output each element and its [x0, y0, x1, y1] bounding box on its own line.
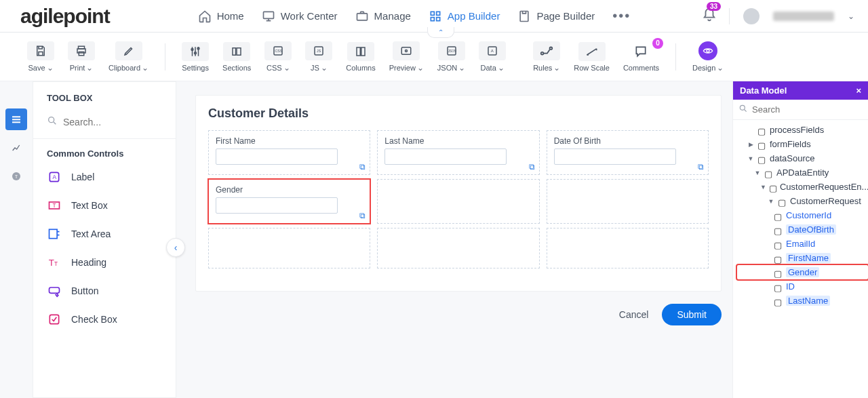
node-customerrequest[interactable]: ▼▢CustomerRequest [737, 194, 868, 208]
nav-more[interactable]: ••• [612, 8, 631, 24]
tool-row-scale[interactable]: Row Scale [574, 42, 610, 72]
form-canvas[interactable]: Customer Details First Name ⧉ Last Name … [195, 95, 722, 292]
control-textbox[interactable]: T Text Box [33, 191, 176, 220]
svg-rect-31 [12, 119, 20, 120]
canvas-area: Customer Details First Name ⧉ Last Name … [176, 81, 732, 398]
control-button[interactable]: Button [33, 277, 176, 305]
svg-rect-4 [431, 17, 434, 20]
side-tab-chart[interactable] [5, 137, 27, 159]
notifications-button[interactable]: 33 [702, 7, 715, 25]
avatar[interactable] [743, 8, 760, 24]
tool-preview[interactable]: Preview⌄ [389, 41, 424, 73]
tool-clipboard[interactable]: Clipboard⌄ [108, 41, 149, 73]
tool-css-label: CSS [267, 64, 282, 72]
field-icon: ▢ [774, 268, 783, 277]
field-gender-input[interactable] [216, 197, 338, 214]
leaf-dateofbirth[interactable]: ▢DateOfBirth [737, 222, 868, 237]
cancel-button[interactable]: Cancel [619, 309, 649, 320]
empty-cell[interactable] [208, 228, 370, 268]
tool-rules[interactable]: Rules⌄ [533, 41, 560, 73]
field-dob-input[interactable] [554, 148, 676, 165]
json-icon: JSON [438, 41, 465, 60]
svg-text:T: T [49, 258, 54, 268]
empty-cell[interactable] [547, 228, 709, 268]
columns-icon [347, 42, 374, 61]
nav-work-center[interactable]: Work Center [262, 9, 338, 23]
node-customerrequesten[interactable]: ▼▢CustomerRequestEn... [737, 180, 868, 194]
tool-print[interactable]: Print⌄ [68, 41, 95, 73]
form-actions: Cancel Submit [195, 304, 722, 325]
binding-icon: ⧉ [698, 162, 704, 172]
monitor-icon [262, 9, 275, 23]
nav-app-builder[interactable]: App Builder [429, 9, 500, 23]
user-menu-chevron[interactable]: ⌄ [848, 12, 854, 21]
field-gender[interactable]: Gender ⧉ [208, 179, 370, 224]
tool-comments[interactable]: 0 Comments [623, 42, 659, 72]
tool-design[interactable]: Design⌄ [692, 41, 724, 73]
label-icon: A [47, 170, 62, 184]
expand-header-toggle[interactable]: ⌃ [427, 27, 454, 38]
leaf-lastname[interactable]: ▢LastName [737, 294, 868, 308]
svg-point-28 [550, 47, 553, 49]
empty-cell[interactable] [377, 228, 539, 268]
field-first-name-input[interactable] [216, 148, 338, 165]
field-first-name[interactable]: First Name ⧉ [208, 130, 370, 175]
collapse-toolbox-button[interactable]: ‹ [166, 238, 185, 257]
svg-point-29 [707, 49, 709, 52]
nav-manage[interactable]: Manage [355, 9, 411, 23]
tool-css[interactable]: CSS CSS⌄ [264, 41, 292, 73]
tool-rules-label: Rules [533, 64, 552, 72]
submit-button[interactable]: Submit [662, 304, 722, 325]
tool-sections-label: Sections [222, 64, 251, 72]
field-dob[interactable]: Date Of Birth ⧉ [547, 130, 709, 175]
nav-home[interactable]: Home [198, 9, 244, 23]
tool-clipboard-label: Clipboard [108, 64, 140, 72]
node-processfields[interactable]: ▢processFields [737, 123, 868, 137]
tool-columns[interactable]: Columns [346, 42, 375, 72]
leaf-emailid[interactable]: ▢EmailId [737, 237, 868, 251]
control-heading[interactable]: TT Heading [33, 248, 176, 277]
svg-point-27 [541, 52, 544, 54]
control-checkbox[interactable]: Check Box [33, 305, 176, 334]
rules-icon [533, 41, 560, 60]
field-last-name[interactable]: Last Name ⧉ [377, 130, 539, 175]
node-apdataentity[interactable]: ▼▢APDataEntity [737, 165, 868, 180]
button-icon [47, 283, 62, 298]
primary-nav: Home Work Center Manage App Builder Page… [198, 8, 631, 24]
tool-sections[interactable]: Sections [222, 42, 251, 72]
side-tab-toolbox[interactable] [5, 108, 27, 130]
logo: agilepoint [20, 5, 110, 28]
nav-page-builder[interactable]: Page Builder [517, 9, 595, 23]
field-last-name-input[interactable] [384, 148, 507, 165]
tool-js[interactable]: JS JS⌄ [305, 41, 332, 73]
toolbox-search-input[interactable] [63, 117, 162, 127]
side-tab-text[interactable]: T [5, 165, 27, 187]
data-model-header: Data Model × [733, 81, 868, 100]
node-formfields[interactable]: ▶▢formFields [737, 137, 868, 151]
toolbox-search[interactable] [33, 110, 176, 139]
svg-rect-13 [233, 47, 236, 55]
field-icon: ▢ [774, 297, 783, 305]
empty-cell[interactable] [377, 179, 539, 224]
tool-save[interactable]: Save⌄ [27, 41, 54, 73]
leaf-firstname[interactable]: ▢FirstName [737, 251, 868, 265]
control-label-text: Label [71, 172, 94, 182]
toolbar-separator [165, 43, 165, 71]
empty-cell[interactable] [547, 179, 709, 224]
tool-data[interactable]: A Data⌄ [479, 41, 506, 73]
leaf-gender[interactable]: ▢Gender [737, 265, 868, 279]
node-datasource[interactable]: ▼▢dataSource [737, 151, 868, 165]
data-model-search-input[interactable] [752, 104, 863, 115]
leaf-id[interactable]: ▢ID [737, 279, 868, 294]
leaf-customerid[interactable]: ▢CustomerId [737, 208, 868, 222]
tool-data-label: Data [481, 64, 496, 72]
ruler-icon [578, 42, 606, 61]
tool-settings[interactable]: Settings [182, 42, 209, 72]
control-textarea[interactable]: Text Area [33, 220, 176, 248]
svg-rect-3 [436, 12, 439, 15]
nav-right: 33 ⌄ [702, 7, 854, 25]
control-label[interactable]: A Label [33, 163, 176, 191]
close-icon[interactable]: × [856, 85, 861, 96]
data-model-search[interactable] [733, 100, 868, 120]
tool-json[interactable]: JSON JSON⌄ [437, 41, 465, 73]
